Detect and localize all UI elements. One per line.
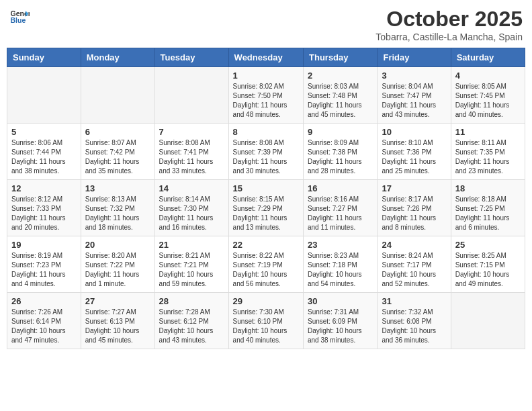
day-info: Sunrise: 7:26 AMSunset: 6:14 PMDaylight:… xyxy=(11,308,77,345)
day-number: 20 xyxy=(85,240,150,250)
calendar-cell: 6Sunrise: 8:07 AMSunset: 7:42 PMDaylight… xyxy=(81,124,154,180)
calendar-cell: 18Sunrise: 8:18 AMSunset: 7:25 PMDayligh… xyxy=(451,180,525,236)
calendar-week-4: 19Sunrise: 8:19 AMSunset: 7:23 PMDayligh… xyxy=(7,236,525,293)
day-info: Sunrise: 8:21 AMSunset: 7:21 PMDaylight:… xyxy=(159,251,224,289)
day-number: 12 xyxy=(11,183,77,193)
weekday-header-wednesday: Wednesday xyxy=(228,48,303,67)
day-number: 19 xyxy=(11,240,77,250)
calendar-cell: 15Sunrise: 8:15 AMSunset: 7:29 PMDayligh… xyxy=(228,180,303,236)
calendar-cell: 7Sunrise: 8:08 AMSunset: 7:41 PMDaylight… xyxy=(154,124,228,180)
day-info: Sunrise: 8:12 AMSunset: 7:33 PMDaylight:… xyxy=(11,195,77,232)
day-number: 23 xyxy=(308,240,373,250)
day-number: 4 xyxy=(455,71,521,81)
day-info: Sunrise: 7:32 AMSunset: 6:08 PMDaylight:… xyxy=(382,308,446,345)
day-info: Sunrise: 8:17 AMSunset: 7:26 PMDaylight:… xyxy=(382,195,446,232)
logo-icon: General Blue xyxy=(9,7,30,27)
day-number: 9 xyxy=(308,127,373,137)
day-info: Sunrise: 8:22 AMSunset: 7:19 PMDaylight:… xyxy=(233,251,299,289)
calendar-cell: 22Sunrise: 8:22 AMSunset: 7:19 PMDayligh… xyxy=(228,236,303,293)
day-info: Sunrise: 8:02 AMSunset: 7:50 PMDaylight:… xyxy=(233,82,299,120)
day-info: Sunrise: 8:19 AMSunset: 7:23 PMDaylight:… xyxy=(11,251,77,289)
day-info: Sunrise: 8:03 AMSunset: 7:48 PMDaylight:… xyxy=(308,82,373,120)
calendar-week-1: 1Sunrise: 8:02 AMSunset: 7:50 PMDaylight… xyxy=(7,67,525,124)
weekday-header-saturday: Saturday xyxy=(451,48,525,67)
day-number: 21 xyxy=(159,240,224,250)
calendar-cell xyxy=(7,67,81,124)
calendar-cell: 9Sunrise: 8:09 AMSunset: 7:38 PMDaylight… xyxy=(304,124,378,180)
day-number: 18 xyxy=(455,183,521,193)
weekday-header-thursday: Thursday xyxy=(304,48,378,67)
day-info: Sunrise: 7:27 AMSunset: 6:13 PMDaylight:… xyxy=(85,308,150,345)
day-number: 13 xyxy=(85,183,150,193)
month-title: October 2025 xyxy=(375,7,523,32)
day-info: Sunrise: 7:30 AMSunset: 6:10 PMDaylight:… xyxy=(233,308,299,345)
calendar-cell: 10Sunrise: 8:10 AMSunset: 7:36 PMDayligh… xyxy=(378,124,451,180)
day-info: Sunrise: 8:20 AMSunset: 7:22 PMDaylight:… xyxy=(85,251,150,289)
day-number: 10 xyxy=(382,127,446,137)
day-info: Sunrise: 7:28 AMSunset: 6:12 PMDaylight:… xyxy=(159,308,224,345)
calendar-cell xyxy=(81,67,154,124)
day-number: 6 xyxy=(85,127,150,137)
calendar-cell: 13Sunrise: 8:13 AMSunset: 7:32 PMDayligh… xyxy=(81,180,154,236)
calendar-cell: 26Sunrise: 7:26 AMSunset: 6:14 PMDayligh… xyxy=(7,293,81,349)
day-number: 25 xyxy=(455,240,521,250)
calendar-cell: 16Sunrise: 8:16 AMSunset: 7:27 PMDayligh… xyxy=(304,180,378,236)
day-number: 15 xyxy=(233,183,299,193)
day-number: 8 xyxy=(233,127,299,137)
day-number: 24 xyxy=(382,240,446,250)
calendar-cell: 3Sunrise: 8:04 AMSunset: 7:47 PMDaylight… xyxy=(378,67,451,124)
day-info: Sunrise: 8:13 AMSunset: 7:32 PMDaylight:… xyxy=(85,195,150,232)
day-number: 27 xyxy=(85,296,150,306)
weekday-header-monday: Monday xyxy=(81,48,154,67)
calendar-week-3: 12Sunrise: 8:12 AMSunset: 7:33 PMDayligh… xyxy=(7,180,525,236)
svg-text:Blue: Blue xyxy=(11,16,26,24)
title-block: October 2025 Tobarra, Castille-La Mancha… xyxy=(375,7,523,42)
day-number: 3 xyxy=(382,71,446,81)
calendar-cell: 20Sunrise: 8:20 AMSunset: 7:22 PMDayligh… xyxy=(81,236,154,293)
calendar-cell: 21Sunrise: 8:21 AMSunset: 7:21 PMDayligh… xyxy=(154,236,228,293)
day-number: 31 xyxy=(382,296,446,306)
calendar-cell: 5Sunrise: 8:06 AMSunset: 7:44 PMDaylight… xyxy=(7,124,81,180)
calendar-cell xyxy=(154,67,228,124)
day-number: 16 xyxy=(308,183,373,193)
calendar-cell: 25Sunrise: 8:25 AMSunset: 7:15 PMDayligh… xyxy=(451,236,525,293)
day-info: Sunrise: 8:09 AMSunset: 7:38 PMDaylight:… xyxy=(308,138,373,176)
weekday-header-friday: Friday xyxy=(378,48,451,67)
day-info: Sunrise: 8:05 AMSunset: 7:45 PMDaylight:… xyxy=(455,82,521,120)
day-number: 17 xyxy=(382,183,446,193)
day-number: 14 xyxy=(159,183,224,193)
calendar-cell: 29Sunrise: 7:30 AMSunset: 6:10 PMDayligh… xyxy=(228,293,303,349)
day-info: Sunrise: 8:08 AMSunset: 7:41 PMDaylight:… xyxy=(159,138,224,176)
day-number: 29 xyxy=(233,296,299,306)
weekday-header-tuesday: Tuesday xyxy=(154,48,228,67)
day-info: Sunrise: 8:04 AMSunset: 7:47 PMDaylight:… xyxy=(382,82,446,120)
day-info: Sunrise: 8:15 AMSunset: 7:29 PMDaylight:… xyxy=(233,195,299,232)
calendar-week-2: 5Sunrise: 8:06 AMSunset: 7:44 PMDaylight… xyxy=(7,124,525,180)
page-header: General Blue October 2025 Tobarra, Casti… xyxy=(7,7,525,42)
calendar-cell: 24Sunrise: 8:24 AMSunset: 7:17 PMDayligh… xyxy=(378,236,451,293)
day-number: 22 xyxy=(233,240,299,250)
day-number: 26 xyxy=(11,296,77,306)
day-number: 30 xyxy=(308,296,373,306)
calendar-cell: 27Sunrise: 7:27 AMSunset: 6:13 PMDayligh… xyxy=(81,293,154,349)
logo: General Blue xyxy=(9,7,30,27)
calendar-cell: 23Sunrise: 8:23 AMSunset: 7:18 PMDayligh… xyxy=(304,236,378,293)
day-number: 1 xyxy=(233,71,299,81)
calendar-cell: 19Sunrise: 8:19 AMSunset: 7:23 PMDayligh… xyxy=(7,236,81,293)
weekday-header-sunday: Sunday xyxy=(7,48,81,67)
day-info: Sunrise: 8:07 AMSunset: 7:42 PMDaylight:… xyxy=(85,138,150,176)
calendar-cell: 1Sunrise: 8:02 AMSunset: 7:50 PMDaylight… xyxy=(228,67,303,124)
location-title: Tobarra, Castille-La Mancha, Spain xyxy=(375,32,523,42)
day-info: Sunrise: 8:14 AMSunset: 7:30 PMDaylight:… xyxy=(159,195,224,232)
calendar-week-5: 26Sunrise: 7:26 AMSunset: 6:14 PMDayligh… xyxy=(7,293,525,349)
day-info: Sunrise: 8:16 AMSunset: 7:27 PMDaylight:… xyxy=(308,195,373,232)
day-info: Sunrise: 8:10 AMSunset: 7:36 PMDaylight:… xyxy=(382,138,446,176)
day-info: Sunrise: 8:08 AMSunset: 7:39 PMDaylight:… xyxy=(233,138,299,176)
day-info: Sunrise: 8:06 AMSunset: 7:44 PMDaylight:… xyxy=(11,138,77,176)
day-info: Sunrise: 8:24 AMSunset: 7:17 PMDaylight:… xyxy=(382,251,446,289)
calendar-table: SundayMondayTuesdayWednesdayThursdayFrid… xyxy=(7,48,525,349)
calendar-cell: 4Sunrise: 8:05 AMSunset: 7:45 PMDaylight… xyxy=(451,67,525,124)
calendar-cell: 8Sunrise: 8:08 AMSunset: 7:39 PMDaylight… xyxy=(228,124,303,180)
calendar-cell: 30Sunrise: 7:31 AMSunset: 6:09 PMDayligh… xyxy=(304,293,378,349)
calendar-cell: 11Sunrise: 8:11 AMSunset: 7:35 PMDayligh… xyxy=(451,124,525,180)
